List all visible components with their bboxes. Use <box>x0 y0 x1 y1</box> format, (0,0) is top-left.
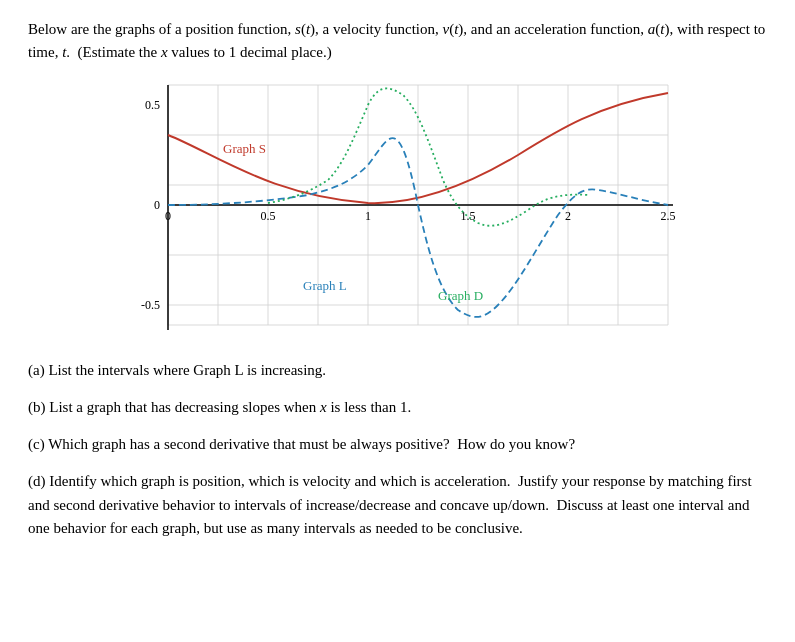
question-a-label: (a) <box>28 362 48 378</box>
svg-text:0.5: 0.5 <box>145 98 160 112</box>
question-b-text: List a graph that has decreasing slopes … <box>49 399 411 415</box>
question-a-text: List the intervals where Graph L is incr… <box>48 362 326 378</box>
svg-text:1: 1 <box>365 209 371 223</box>
question-c-text: Which graph has a second derivative that… <box>48 436 575 452</box>
question-c-label: (c) <box>28 436 48 452</box>
question-a: (a) List the intervals where Graph L is … <box>28 359 767 382</box>
question-d-text: Identify which graph is position, which … <box>28 473 752 536</box>
graph-s-label: Graph S <box>223 141 266 156</box>
intro-paragraph: Below are the graphs of a position funct… <box>28 18 767 65</box>
svg-text:2: 2 <box>565 209 571 223</box>
question-b-label: (b) <box>28 399 49 415</box>
svg-text:0: 0 <box>165 209 171 223</box>
question-b: (b) List a graph that has decreasing slo… <box>28 396 767 419</box>
graph-container: 0 0.5 1 1.5 2 2.5 0.5 0 -0.5 Graph S Gra… <box>28 75 767 345</box>
question-c: (c) Which graph has a second derivative … <box>28 433 767 456</box>
questions-section: (a) List the intervals where Graph L is … <box>28 359 767 541</box>
svg-text:2.5: 2.5 <box>660 209 675 223</box>
graph-l-label: Graph L <box>303 278 347 293</box>
svg-text:-0.5: -0.5 <box>141 298 160 312</box>
graph-d-label: Graph D <box>438 288 483 303</box>
main-graph: 0 0.5 1 1.5 2 2.5 0.5 0 -0.5 Graph S Gra… <box>108 75 688 345</box>
question-d: (d) Identify which graph is position, wh… <box>28 470 767 540</box>
svg-text:0: 0 <box>154 198 160 212</box>
question-d-label: (d) <box>28 473 49 489</box>
svg-text:0.5: 0.5 <box>260 209 275 223</box>
